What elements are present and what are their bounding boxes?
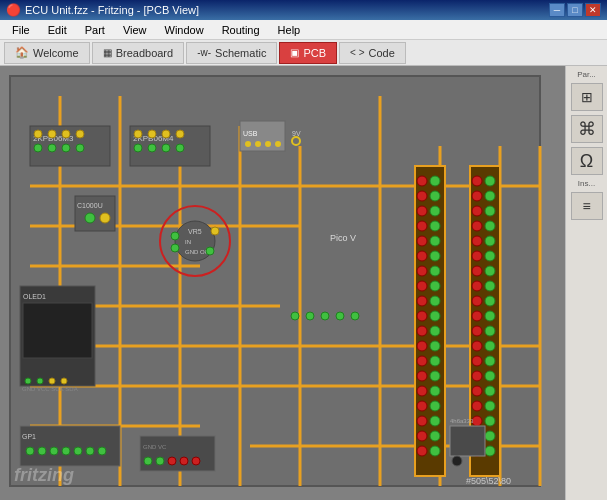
menu-routing[interactable]: Routing: [214, 22, 268, 38]
svg-point-129: [472, 326, 482, 336]
tab-schematic-label: Schematic: [215, 47, 266, 59]
svg-point-89: [430, 311, 440, 321]
svg-point-96: [417, 371, 427, 381]
svg-point-103: [430, 416, 440, 426]
fritzing-logo: fritzing: [14, 465, 74, 486]
tab-pcb-label: PCB: [303, 47, 326, 59]
svg-point-42: [265, 141, 271, 147]
svg-point-57: [171, 244, 179, 252]
svg-point-31: [148, 144, 156, 152]
svg-text:GND VCC SCK SDA: GND VCC SCK SDA: [22, 386, 78, 392]
svg-text:Pico V: Pico V: [330, 233, 356, 243]
panel-antenna-icon[interactable]: ⌘: [571, 115, 603, 143]
svg-point-117: [472, 236, 482, 246]
svg-text:USB: USB: [243, 130, 258, 137]
svg-point-35: [148, 130, 156, 138]
svg-point-139: [472, 401, 482, 411]
svg-point-33: [176, 144, 184, 152]
svg-point-154: [50, 447, 58, 455]
minimize-button[interactable]: ─: [549, 3, 565, 17]
svg-point-43: [275, 141, 281, 147]
svg-point-77: [430, 221, 440, 231]
tab-pcb[interactable]: ▣ PCB: [279, 42, 337, 64]
svg-point-152: [26, 447, 34, 455]
svg-point-144: [485, 431, 495, 441]
svg-point-86: [417, 296, 427, 306]
svg-point-81: [430, 251, 440, 261]
tab-breadboard[interactable]: ▦ Breadboard: [92, 42, 185, 64]
svg-point-157: [86, 447, 94, 455]
close-button[interactable]: ✕: [585, 3, 601, 17]
svg-point-113: [472, 206, 482, 216]
app-icon: 🔴: [6, 3, 21, 17]
menu-file[interactable]: File: [4, 22, 38, 38]
house-icon: 🏠: [15, 46, 29, 59]
menu-window[interactable]: Window: [157, 22, 212, 38]
svg-text:IN: IN: [185, 239, 191, 245]
svg-point-148: [452, 456, 462, 466]
menu-help[interactable]: Help: [270, 22, 309, 38]
svg-point-98: [417, 386, 427, 396]
pcb-coords: #505\52\80: [466, 476, 511, 486]
svg-point-88: [417, 311, 427, 321]
svg-point-120: [485, 251, 495, 261]
panel-omega-icon[interactable]: Ω: [571, 147, 603, 175]
svg-point-20: [34, 144, 42, 152]
svg-point-140: [485, 401, 495, 411]
tab-breadboard-label: Breadboard: [116, 47, 174, 59]
tab-schematic[interactable]: -w- Schematic: [186, 42, 277, 64]
titlebar-controls[interactable]: ─ □ ✕: [549, 3, 601, 17]
svg-text:GP1: GP1: [22, 433, 36, 440]
svg-point-137: [472, 386, 482, 396]
panel-ins-icon[interactable]: ≡: [571, 192, 603, 220]
svg-point-142: [485, 416, 495, 426]
svg-point-72: [417, 191, 427, 201]
svg-text:9V: 9V: [292, 130, 301, 137]
svg-point-76: [417, 221, 427, 231]
tab-code[interactable]: < > Code: [339, 42, 406, 64]
menu-edit[interactable]: Edit: [40, 22, 75, 38]
tab-welcome[interactable]: 🏠 Welcome: [4, 42, 90, 64]
svg-point-153: [38, 447, 46, 455]
svg-point-70: [417, 176, 427, 186]
svg-point-124: [485, 281, 495, 291]
svg-point-67: [61, 378, 67, 384]
svg-point-146: [485, 446, 495, 456]
svg-rect-62: [23, 303, 92, 358]
schematic-icon: -w-: [197, 47, 211, 58]
menu-view[interactable]: View: [115, 22, 155, 38]
menu-part[interactable]: Part: [77, 22, 113, 38]
svg-point-155: [62, 447, 70, 455]
panel-parts-icon[interactable]: ⊞: [571, 83, 603, 111]
svg-point-79: [430, 236, 440, 246]
svg-text:OLED1: OLED1: [23, 293, 46, 300]
svg-point-130: [485, 326, 495, 336]
svg-point-92: [417, 341, 427, 351]
svg-point-27: [76, 130, 84, 138]
svg-point-133: [472, 356, 482, 366]
svg-text:GND    VC: GND VC: [143, 444, 167, 450]
svg-text:GND: GND: [185, 249, 199, 255]
svg-point-107: [430, 446, 440, 456]
svg-point-87: [430, 296, 440, 306]
panel-ins-label: Ins...: [578, 179, 595, 188]
svg-point-135: [472, 371, 482, 381]
svg-point-90: [417, 326, 427, 336]
titlebar-left: 🔴 ECU Unit.fzz - Fritzing - [PCB View]: [6, 3, 199, 17]
svg-point-101: [430, 401, 440, 411]
code-icon: < >: [350, 47, 364, 58]
svg-point-170: [351, 312, 359, 320]
svg-point-64: [25, 378, 31, 384]
svg-point-138: [485, 386, 495, 396]
maximize-button[interactable]: □: [567, 3, 583, 17]
toolbar: 🏠 Welcome ▦ Breadboard -w- Schematic ▣ P…: [0, 40, 607, 66]
svg-point-161: [144, 457, 152, 465]
svg-point-110: [485, 176, 495, 186]
svg-point-93: [430, 341, 440, 351]
svg-point-23: [76, 144, 84, 152]
pcb-area[interactable]: f GALE: [0, 66, 565, 500]
pcb-icon: ▣: [290, 47, 299, 58]
svg-point-80: [417, 251, 427, 261]
svg-point-112: [485, 191, 495, 201]
svg-point-24: [34, 130, 42, 138]
